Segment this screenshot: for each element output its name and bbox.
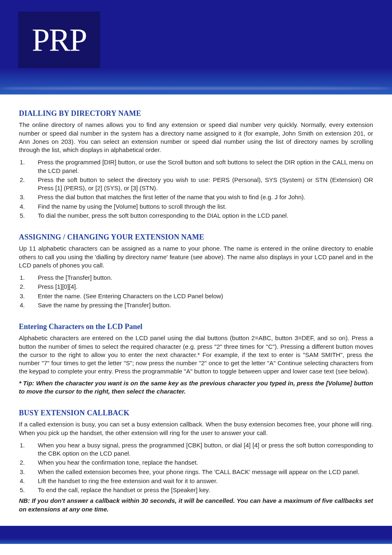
logo-text: PRP <box>32 21 87 58</box>
list-item: 4.Save the name by pressing the [Transfe… <box>19 301 373 309</box>
step-number: 2. <box>19 283 38 291</box>
steps-busy-callback: 1.When you hear a busy signal, press the… <box>19 441 373 495</box>
list-item: 5.To dial the number, press the soft but… <box>19 212 373 220</box>
step-text: To end the call, replace the handset or … <box>38 486 373 494</box>
list-item: 4.Find the name by using the [Volume] bu… <box>19 203 373 211</box>
step-text: Press the programmed [DIR] button, or us… <box>38 158 373 175</box>
step-number: 3. <box>19 468 38 476</box>
section-entering-chars: Entering Characters on the LCD Panel Alp… <box>19 322 373 396</box>
footer-band <box>0 526 392 544</box>
step-text: Find the name by using the [Volume] butt… <box>38 203 373 211</box>
list-item: 4.Lift the handset to ring the free exte… <box>19 477 373 485</box>
step-text: Enter the name. (See Entering Characters… <box>38 292 373 300</box>
list-item: 1.When you hear a busy signal, press the… <box>19 441 373 458</box>
list-item: 5.To end the call, replace the handset o… <box>19 486 373 494</box>
list-item: 1.Press the programmed [DIR] button, or … <box>19 158 373 175</box>
intro-entering-chars: Alphabetic characters are entered on the… <box>19 334 373 375</box>
step-number: 4. <box>19 301 38 309</box>
list-item: 1.Press the [Transfer] button. <box>19 274 373 282</box>
step-number: 5. <box>19 212 38 220</box>
step-text: When you hear a busy signal, press the p… <box>38 441 373 458</box>
step-text: Press the soft button to select the dire… <box>38 176 373 193</box>
intro-dialling: The online directory of names allows you… <box>19 121 373 154</box>
heading-dialling: DIALLING BY DIRECTORY NAME <box>19 108 373 118</box>
step-number: 4. <box>19 203 38 211</box>
step-text: Press [1][0][4]. <box>38 283 373 291</box>
steps-dialling: 1.Press the programmed [DIR] button, or … <box>19 158 373 220</box>
step-text: When the called extension becomes free, … <box>38 468 373 476</box>
step-number: 4. <box>19 477 38 485</box>
section-assign-name: ASSIGNING / CHANGING YOUR EXTENSION NAME… <box>19 232 373 309</box>
step-number: 1. <box>19 158 38 166</box>
intro-assign-name: Up 11 alphabetic characters can be assig… <box>19 244 373 269</box>
heading-assign-name: ASSIGNING / CHANGING YOUR EXTENSION NAME <box>19 232 373 242</box>
heading-busy-callback: BUSY EXTENSION CALLBACK <box>19 408 373 418</box>
step-number: 1. <box>19 441 38 449</box>
step-text: When you hear the confirmation tone, rep… <box>38 458 373 467</box>
logo: PRP <box>18 12 100 68</box>
step-number: 3. <box>19 292 38 300</box>
list-item: 2.Press the soft button to select the di… <box>19 176 373 193</box>
step-text: Lift the handset to ring the free extens… <box>38 477 373 485</box>
step-text: Press the [Transfer] button. <box>38 274 373 282</box>
heading-entering-chars: Entering Characters on the LCD Panel <box>19 322 373 332</box>
list-item: 3.Enter the name. (See Entering Characte… <box>19 292 373 300</box>
intro-busy-callback: If a called extension is busy, you can s… <box>19 420 373 437</box>
section-busy-callback: BUSY EXTENSION CALLBACK If a called exte… <box>19 408 373 514</box>
step-number: 3. <box>19 193 38 201</box>
step-number: 2. <box>19 176 38 184</box>
step-number: 1. <box>19 274 38 282</box>
list-item: 3.When the called extension becomes free… <box>19 468 373 476</box>
page-content: DIALLING BY DIRECTORY NAME The online di… <box>0 94 392 514</box>
step-text: Press the dial button that matches the f… <box>38 193 373 201</box>
list-item: 3.Press the dial button that matches the… <box>19 193 373 201</box>
list-item: 2.Press [1][0][4]. <box>19 283 373 291</box>
note-busy-callback: NB: If you don't answer a callback withi… <box>19 497 373 514</box>
step-number: 2. <box>19 458 38 467</box>
list-item: 2.When you hear the confirmation tone, r… <box>19 458 373 467</box>
step-number: 5. <box>19 486 38 494</box>
steps-assign-name: 1.Press the [Transfer] button. 2.Press [… <box>19 274 373 309</box>
section-dialling: DIALLING BY DIRECTORY NAME The online di… <box>19 108 373 220</box>
header-band: PRP <box>0 0 392 94</box>
tip-entering-chars: * Tip: When the character you want is on… <box>19 379 373 396</box>
step-text: To dial the number, press the soft butto… <box>38 212 373 220</box>
step-text: Save the name by pressing the [Transfer]… <box>38 301 373 309</box>
